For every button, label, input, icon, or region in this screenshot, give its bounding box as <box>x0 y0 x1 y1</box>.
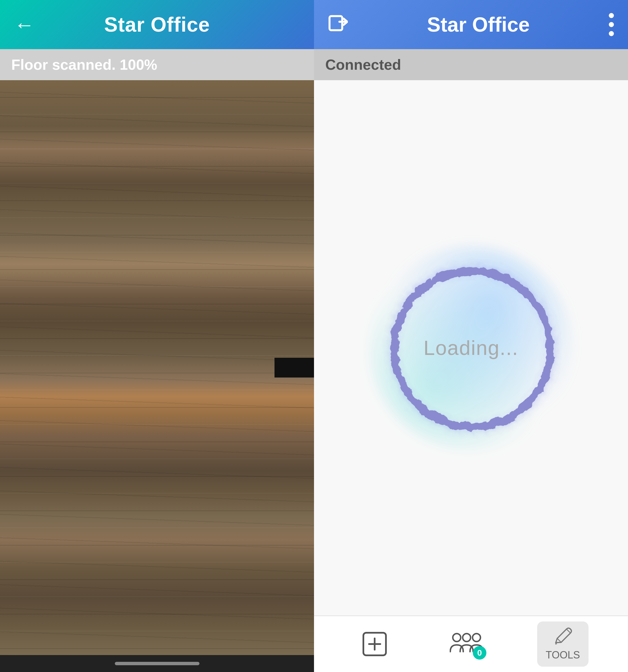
scroll-indicator <box>115 662 199 665</box>
add-room-svg <box>362 631 387 657</box>
svg-point-5 <box>453 633 461 642</box>
tools-icon <box>553 627 573 647</box>
left-content-camera-view <box>0 80 314 655</box>
svg-line-8 <box>557 639 561 642</box>
tools-button[interactable]: TOOLS <box>537 621 588 667</box>
add-room-button[interactable] <box>353 626 396 663</box>
loading-text: Loading... <box>424 336 518 359</box>
dot-3 <box>609 31 614 36</box>
svg-point-7 <box>473 633 480 642</box>
add-room-icon <box>362 631 387 657</box>
loading-indicator: Loading... <box>372 249 570 447</box>
arrow-body <box>275 358 314 378</box>
connection-status: Connected <box>325 56 401 73</box>
right-app-title: Star Office <box>427 13 530 36</box>
right-main-content: Loading... <box>314 80 628 616</box>
people-icon: 0 <box>450 631 483 657</box>
people-count-badge: 0 <box>473 646 486 659</box>
arrow-icon <box>275 351 314 385</box>
camera-feed <box>0 80 314 655</box>
people-button[interactable]: 0 <box>441 626 492 663</box>
left-app-title: Star Office <box>104 13 210 36</box>
exit-button[interactable] <box>328 15 348 34</box>
left-header: ← Star Office <box>0 0 314 49</box>
tools-label: TOOLS <box>546 649 580 661</box>
left-status-bar: Floor scanned. 100% <box>0 49 314 80</box>
svg-line-9 <box>567 629 571 633</box>
right-panel: Star Office Connected Loading... <box>314 0 628 672</box>
back-button[interactable]: ← <box>14 13 34 36</box>
bottom-toolbar: 0 TOOLS <box>314 616 628 672</box>
right-status-bar: Connected <box>314 49 628 80</box>
more-options-button[interactable] <box>609 13 614 36</box>
dot-1 <box>609 13 614 18</box>
left-panel: ← Star Office Floor scanned. 100% <box>0 0 314 672</box>
left-bottom-bar <box>0 655 314 672</box>
floor-scan-status: Floor scanned. 100% <box>11 56 157 73</box>
svg-rect-0 <box>329 16 342 30</box>
right-header: Star Office <box>314 0 628 49</box>
svg-point-6 <box>463 633 471 642</box>
dot-2 <box>609 22 614 27</box>
transition-arrow <box>275 351 314 385</box>
pencil-svg <box>553 627 573 647</box>
